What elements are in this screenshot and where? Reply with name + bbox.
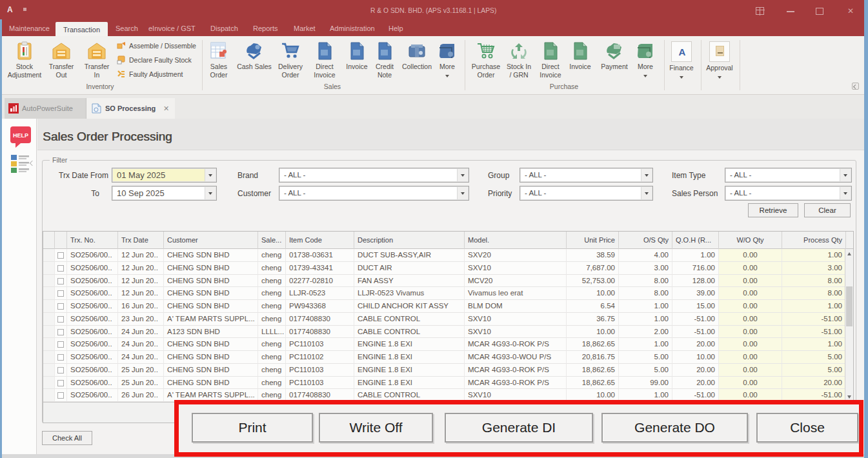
svg-text:HELP: HELP bbox=[13, 132, 28, 139]
